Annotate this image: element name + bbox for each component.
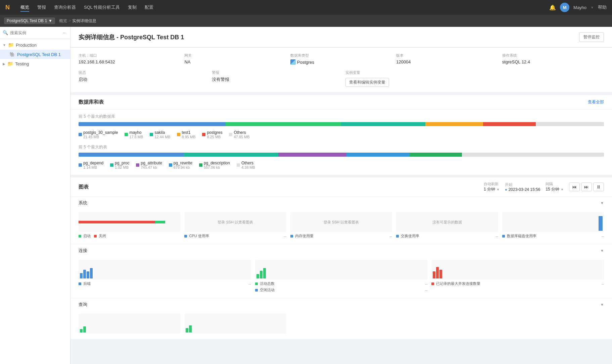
start-time-control: 开始 ● 2023-03-24 15:56 <box>505 182 540 192</box>
chevron-down-icon: ▼ <box>497 188 500 191</box>
db-type-value: Postgres <box>290 59 392 65</box>
query-subsection-title: 查询 <box>79 302 87 308</box>
swap-value: -- <box>496 234 498 238</box>
db-type-label: 数据库类型 <box>290 53 392 58</box>
active-bar <box>256 274 259 278</box>
legend-item: pg_description557.06 kb <box>199 161 230 169</box>
legend-item: Others47.85 MB <box>229 130 249 139</box>
query-chart-area-1 <box>79 314 180 334</box>
edit-instance-var-button[interactable]: 查看和编辑实例变量 <box>345 78 389 87</box>
db-bar-segment <box>226 122 341 126</box>
instance-selector[interactable]: PostgreSQL Test DB 1 ▼ <box>4 17 55 24</box>
chart-pause-button[interactable]: ⏸ <box>593 183 604 191</box>
version-info: 版本 120004 <box>396 53 498 65</box>
swap-chart: 没有可显示的数据 交换使用率 -- <box>396 212 498 239</box>
nav-right: 🔔 M Mayho ▼ 帮助 <box>549 3 607 12</box>
query-chart-grid <box>79 314 604 334</box>
database-section-title: 数据库和表 <box>79 99 104 105</box>
folder-icon: 📁 <box>8 42 14 48</box>
db-type-info: 数据库类型 Postgres <box>290 53 392 65</box>
sidebar-item-postgresql-test-db1[interactable]: 🐘 PostgreSQL Test DB 1 <box>0 50 70 59</box>
help-link[interactable]: 帮助 <box>598 4 607 10</box>
view-all-link[interactable]: 查看全部 <box>588 99 604 105</box>
backend-bar <box>87 271 89 278</box>
active-bar <box>260 271 263 278</box>
active-total-label: 活动总数 <box>260 281 275 286</box>
sidebar-tree: ▼ 📁 Production 🐘 PostgreSQL Test DB 1 ▶ … <box>0 39 70 364</box>
backend-bar <box>83 270 86 278</box>
nav-query-analyzer[interactable]: 查询分析器 <box>54 3 76 12</box>
tree-group-testing-header[interactable]: ▶ 📁 Testing <box>0 59 70 68</box>
active-bar <box>263 268 266 278</box>
search-input[interactable] <box>10 31 60 35</box>
breadcrumb-home[interactable]: 概览 <box>59 18 67 24</box>
chart-next-button[interactable]: ⏭ <box>581 183 592 191</box>
nav-alerts[interactable]: 警报 <box>37 3 46 12</box>
cpu-chart-area: 登录 SSH 以查看图表 <box>184 212 286 232</box>
tree-group-production-header[interactable]: ▼ 📁 Production <box>0 40 70 50</box>
query-subsection-header[interactable]: 查询 ▼ <box>70 298 612 311</box>
nav-replication[interactable]: 复制 <box>128 3 137 12</box>
info-row2: 状态 启动 警报 没有警报 实例变量 查看和编辑实例变量 <box>79 70 604 87</box>
nav-config[interactable]: 配置 <box>145 3 153 12</box>
active-label-row: 活动总数 -- <box>255 281 428 286</box>
system-chart-grid: 启动 关闭 登录 SSH 以查看图表 <box>79 212 604 239</box>
info-grid: 主机：端口 192.168.1.68:5432 网关 NA 数据库类型 Post… <box>79 53 604 65</box>
db-bar-segment <box>79 122 226 126</box>
database-section: 数据库和表 查看全部 前 5 个最大的数据库 postgis_30_sample… <box>70 95 612 175</box>
cpu-overlay-text: 登录 SSH 以查看图表 <box>218 220 253 225</box>
table-bar-segment <box>346 153 410 157</box>
table-bar-segment <box>79 153 184 157</box>
system-subsection-header[interactable]: 系统 ▼ <box>70 197 612 209</box>
uptime-chart-area <box>79 212 180 232</box>
disk-chart-area <box>502 212 604 232</box>
gateway-info: 网关 NA <box>184 53 286 65</box>
connection-chart-grid: 后端 -- <box>79 260 604 293</box>
chevron-down-icon: ▼ <box>48 18 52 23</box>
max-conn-label: 已记录的最大并发连接数量 <box>436 281 480 286</box>
table-bar-segment <box>462 153 604 157</box>
connection-subsection-title: 连接 <box>79 248 87 254</box>
table-bar-segment <box>184 153 278 157</box>
db-size-bar <box>79 122 604 126</box>
blue-dot <box>184 235 187 238</box>
memory-value: -- <box>390 234 392 238</box>
memory-label-row: 内存使用量 -- <box>290 233 392 239</box>
host-port-label: 主机：端口 <box>79 53 180 58</box>
auto-refresh-value[interactable]: 1 分钟 ▼ <box>484 187 500 192</box>
version-label: 版本 <box>396 53 498 58</box>
breadcrumb-sep: > <box>68 18 71 23</box>
cpu-label: CPU 使用率 <box>189 233 209 239</box>
main-layout: 🔍 ← ▼ 📁 Production 🐘 PostgreSQL Test DB … <box>0 27 612 364</box>
cpu-value: -- <box>284 234 286 238</box>
green-dot <box>255 282 258 285</box>
username-label: Mayho <box>573 5 586 10</box>
bell-icon[interactable]: 🔔 <box>549 4 556 11</box>
folder-icon: 📁 <box>7 61 13 66</box>
table-bar-segment <box>410 153 462 157</box>
start-label: 开始 <box>505 182 512 187</box>
idle-label: 空闲活动 <box>260 288 275 293</box>
connection-subsection-header[interactable]: 连接 ▼ <box>70 244 612 257</box>
db-bar-segment <box>483 122 536 126</box>
sidebar-back-button[interactable]: ← <box>62 30 67 36</box>
swap-label: 交换使用率 <box>401 233 419 239</box>
table-size-bar <box>79 153 604 157</box>
legend-item: sakila12.44 MB <box>150 130 170 139</box>
nav-overview[interactable]: 概览 <box>20 3 29 12</box>
max-conn-chart-area <box>431 260 604 280</box>
sidebar: 🔍 ← ▼ 📁 Production 🐘 PostgreSQL Test DB … <box>0 27 70 364</box>
interval-label: 间隔 <box>546 181 553 187</box>
instance-name: PostgreSQL Test DB 1 <box>7 18 47 23</box>
sub-navigation: PostgreSQL Test DB 1 ▼ 概览 > 实例详细信息 <box>0 15 612 27</box>
q-bar <box>83 326 86 332</box>
interval-value[interactable]: 15 分钟 ▼ <box>546 187 564 192</box>
chart-prev-button[interactable]: ⏮ <box>569 183 580 191</box>
swap-overlay-text: 没有可显示的数据 <box>432 220 462 225</box>
legend-item: pg_depend1.14 MB <box>79 161 103 169</box>
instance-var-label: 实例变量 <box>345 70 604 75</box>
system-subsection: 系统 ▼ 启动 <box>70 197 612 244</box>
stop-monitor-button[interactable]: 暂停监控 <box>579 32 604 42</box>
max-conn-bar <box>436 267 439 278</box>
nav-sql-tools[interactable]: SQL 性能分析工具 <box>84 3 120 12</box>
